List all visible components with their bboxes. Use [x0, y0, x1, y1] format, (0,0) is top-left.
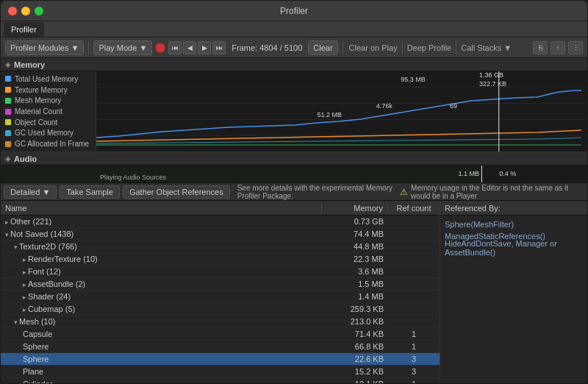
row-memory-cell: 15.2 KB	[322, 367, 388, 376]
row-refcount-cell: 1	[388, 330, 440, 338]
clear-on-play-label: Clear on Play	[349, 43, 398, 52]
table-row[interactable]: Sphere22.6 KB3	[1, 353, 440, 366]
row-name-cell: Sphere	[1, 342, 322, 351]
play-mode-button[interactable]: Play Mode ▼	[93, 40, 152, 55]
legend-gc-used: GC Used Memory	[5, 129, 91, 138]
row-memory-cell: 0.73 GB	[322, 217, 388, 226]
detailed-dropdown[interactable]: Detailed ▼	[4, 185, 57, 199]
memory-graph-canvas[interactable]: 95.3 MB 1.36 GB 322.7 KB 4.76k 69 51.2 M…	[96, 71, 587, 152]
svg-text:95.3 MB: 95.3 MB	[401, 76, 426, 83]
svg-text:4.76k: 4.76k	[376, 102, 393, 110]
memory-graph-svg: 95.3 MB 1.36 GB 322.7 KB 4.76k 69 51.2 M…	[96, 71, 587, 152]
minimize-button[interactable]	[21, 7, 30, 15]
row-memory-cell: 44.8 MB	[322, 242, 388, 251]
graph-area: ◈ Memory Total Used Memory Texture Memor…	[1, 58, 587, 183]
row-name-cell: Sphere	[1, 355, 322, 363]
legend-label-object: Object Count	[15, 118, 57, 127]
col-refcount-header[interactable]: Ref count	[388, 204, 440, 213]
legend-dot-material	[5, 109, 11, 115]
table-right: Referenced By: Sphere(MeshFilter)Managed…	[440, 201, 587, 383]
table-body[interactable]: ▸Other (221)0.73 GB▾Not Saved (1438)74.4…	[1, 216, 440, 383]
table-row[interactable]: ▸Font (12)3.6 MB	[1, 266, 440, 278]
record-button[interactable]	[155, 43, 165, 53]
legend-dot-gc-alloc	[5, 141, 11, 147]
row-memory-cell: 3.6 MB	[322, 267, 388, 276]
row-name-cell: ▸Font (12)	[1, 267, 322, 276]
more-button[interactable]: ⋮	[568, 41, 583, 54]
row-name-cell: ▸AssetBundle (2)	[1, 280, 322, 288]
col-name-header[interactable]: Name	[1, 204, 322, 213]
table-row[interactable]: ▸AssetBundle (2)1.5 MB	[1, 278, 440, 291]
row-name-cell: ▸Other (221)	[1, 217, 322, 226]
row-name-cell: Plane	[1, 367, 322, 376]
expand-arrow-icon: ▸	[23, 306, 26, 313]
memory-graph-legend: Total Used Memory Texture Memory Mesh Me…	[1, 71, 96, 152]
table-row[interactable]: Capsule71.4 KB1	[1, 328, 440, 341]
table-row[interactable]: ▸RenderTexture (10)22.3 MB	[1, 253, 440, 266]
right-panel-body: Sphere(MeshFilter)ManagedStaticReference…	[440, 216, 587, 383]
gather-refs-button[interactable]: Gather Object References	[123, 185, 230, 199]
gather-refs-label: Gather Object References	[129, 188, 223, 196]
tab-profiler[interactable]: Profiler	[4, 22, 44, 37]
row-memory-cell: 74.4 MB	[322, 230, 388, 238]
prev-frame-start-button[interactable]: ⏮	[168, 41, 182, 54]
table-row[interactable]: ▾Not Saved (1438)74.4 MB	[1, 228, 440, 241]
screenshot-button[interactable]: ⎘	[533, 41, 548, 54]
play-controls: ⏮ ◀ ▶ ⏭	[168, 41, 226, 54]
row-name-cell: ▾Not Saved (1438)	[1, 230, 322, 238]
svg-text:69: 69	[450, 102, 457, 110]
row-memory-cell: 71.4 KB	[322, 330, 388, 338]
expand-arrow-icon: ▾	[14, 319, 18, 326]
legend-gc-alloc: GC Allocated In Frame	[5, 139, 91, 149]
row-refcount-cell: 3	[388, 367, 440, 376]
window-controls	[8, 7, 43, 15]
detailed-label: Detailed ▼	[10, 188, 50, 196]
row-memory-cell: 1.4 MB	[322, 292, 388, 301]
next-frame-button[interactable]: ▶	[198, 41, 211, 54]
next-frame-end-button[interactable]: ⏭	[212, 41, 226, 54]
warning-icon: ⚠	[400, 187, 408, 197]
prev-frame-button[interactable]: ◀	[183, 41, 196, 54]
table-row[interactable]: ▸Shader (24)1.4 MB	[1, 291, 440, 303]
legend-object: Object Count	[5, 118, 91, 127]
call-stacks-label: Call Stacks ▼	[461, 43, 512, 52]
memory-section-header: ◈ Memory	[1, 58, 587, 71]
table-row[interactable]: ▾Texture2D (766)44.8 MB	[1, 241, 440, 253]
toolbar-sep-1	[88, 41, 89, 54]
row-memory-cell: 22.3 MB	[322, 255, 388, 263]
legend-label-gc-alloc: GC Allocated In Frame	[15, 140, 89, 148]
audio-graph: 1.1 MB 0.4 % Playing Audio Sources	[1, 166, 587, 182]
table-row[interactable]: Cylinder12.1 KB1	[1, 378, 440, 383]
expand-arrow-icon: ▸	[5, 218, 9, 226]
window-title: Profiler	[280, 6, 308, 16]
profiler-window: Profiler Profiler Profiler Modules ▼ Pla…	[0, 0, 588, 384]
close-button[interactable]	[8, 7, 17, 15]
row-refcount-cell: 3	[388, 355, 440, 363]
main-toolbar: Profiler Modules ▼ Play Mode ▼ ⏮ ◀ ▶ ⏭ F…	[1, 38, 587, 58]
table-row[interactable]: ▸Other (221)0.73 GB	[1, 216, 440, 228]
clear-button[interactable]: Clear	[308, 40, 337, 55]
row-memory-cell: 22.6 KB	[322, 355, 388, 363]
col-memory-header[interactable]: Memory	[322, 204, 388, 213]
maximize-button[interactable]	[35, 7, 43, 15]
row-name-cell: ▾Texture2D (766)	[1, 242, 322, 251]
load-button[interactable]: ↑	[551, 41, 565, 54]
legend-texture: Texture Memory	[5, 85, 91, 95]
table-row[interactable]: ▸Cubemap (5)259.3 KB	[1, 303, 440, 316]
profiler-modules-button[interactable]: Profiler Modules ▼	[5, 40, 84, 55]
row-refcount-cell: 1	[388, 380, 440, 383]
svg-rect-11	[1, 166, 481, 182]
table-row[interactable]: Sphere66.8 KB1	[1, 341, 440, 353]
legend-dot-texture	[5, 87, 11, 93]
table-row[interactable]: Plane15.2 KB3	[1, 366, 440, 378]
bottom-panel: Detailed ▼ Take Sample Gather Object Ref…	[1, 183, 587, 383]
table-left: Name Memory Ref count ▸Other (221)0.73 G…	[1, 201, 440, 383]
tabbar: Profiler	[1, 21, 587, 38]
table-row[interactable]: ▾Mesh (10)213.0 KB	[1, 316, 440, 328]
legend-dot-mesh	[5, 98, 11, 104]
take-sample-button[interactable]: Take Sample	[60, 185, 120, 199]
expand-arrow-icon: ▸	[23, 294, 26, 301]
row-memory-cell: 213.0 KB	[322, 317, 388, 326]
ref-item: HideAndDontSave, Manager or AssetBundle(…	[445, 242, 583, 254]
svg-text:0.4 %: 0.4 %	[499, 170, 516, 177]
